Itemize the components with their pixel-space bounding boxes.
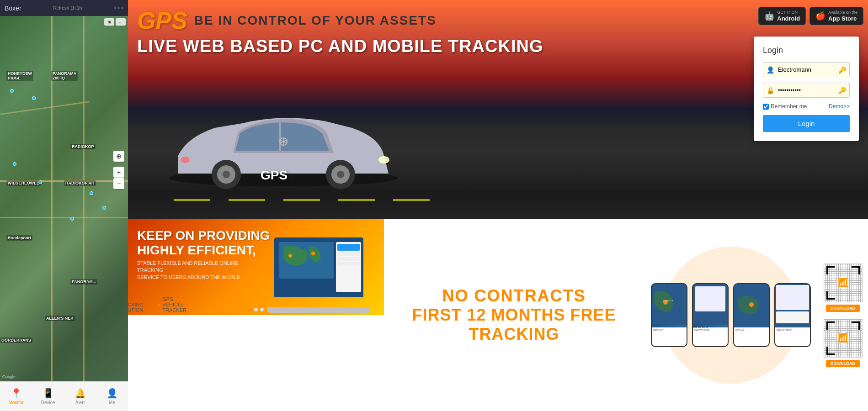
password-input[interactable] (763, 83, 850, 98)
demo-link[interactable]: Demo>> (829, 103, 850, 110)
phone-4-map (775, 284, 810, 327)
eye-key-icon[interactable]: 🔑 (838, 87, 846, 94)
laptop-screen (274, 237, 363, 297)
footer-link-3[interactable]: ● GPS VEHICLE TRACKER (157, 296, 186, 313)
footer-link-2[interactable]: ● GPS TRACKING SOLUTION (128, 296, 144, 313)
location-button[interactable]: ⊕ (113, 151, 124, 162)
map-background: HONEYDEWRIDGE PANORAMA200 IQ RADIOKOP WI… (0, 16, 128, 381)
phone-1-screen: AMWEL GP AMWEL GP (652, 284, 687, 346)
nav-me[interactable]: 👤 Me (96, 382, 128, 411)
login-panel: Login 👤 🔑 🔒 🔑 Remember me Demo>> Login (754, 37, 859, 141)
footer-link-label-2: GPS TRACKING SOLUTION (128, 296, 144, 313)
gps-marker-1 (10, 89, 14, 93)
phone-2-map: BMW VVP 333 GP (693, 284, 728, 327)
available-on: Available on the (828, 10, 857, 15)
phone-4: BMW VVP 333 GP (774, 283, 811, 347)
qr-corner-tr-1 (852, 266, 860, 274)
phone-3-info: GPS Track (734, 327, 769, 346)
map-icon2[interactable]: ⋯ (116, 18, 126, 26)
main-content: GPS BE IN CONTROL OF YOUR ASSETS 🤖 GET I… (128, 0, 868, 411)
keep-on-text: KEEP ON PROVIDING (137, 228, 270, 243)
laptop-map-svg (274, 237, 363, 297)
road-2 (0, 217, 128, 218)
map-top-controls: ⊞ ⋯ (104, 18, 126, 26)
promo-text: KEEP ON PROVIDING HIGHLY EFFICIENT, STAB… (137, 228, 270, 281)
phone-4-info: BMW VVP 333 GP (775, 327, 810, 346)
dot2 (117, 7, 120, 9)
phone-2-screen: BMW VVP 333 GP BMW VVP 333 GP (693, 284, 728, 346)
no-contracts-section: NO CONTRACTS FIRST 12 MONTHS FREE TRACKI… (384, 219, 644, 411)
label-oordekrans: OORDEKRANS (0, 337, 32, 343)
map-view[interactable]: HONEYDEWRIDGE PANORAMA200 IQ RADIOKOP WI… (0, 16, 128, 381)
phone-map-svg-3 (734, 284, 769, 324)
ios-download-btn[interactable]: DOWNLOAD (826, 360, 860, 367)
label-honeydew: HONEYDEWRIDGE (6, 71, 33, 81)
phone-3-map (734, 284, 769, 327)
svg-rect-26 (695, 286, 725, 311)
qr-corner-tl-1 (826, 266, 835, 274)
nav-device[interactable]: 📱 Device (32, 382, 64, 411)
search-icon[interactable]: 🔑 (838, 66, 846, 74)
bottom-section: KEEP ON PROVIDING HIGHLY EFFICIENT, STAB… (128, 219, 868, 411)
promo-banner: KEEP ON PROVIDING HIGHLY EFFICIENT, STAB… (128, 219, 384, 315)
car-image: GPS (151, 82, 425, 210)
gps-marker-6 (102, 206, 106, 210)
dot-1[interactable] (254, 308, 258, 311)
remember-me-text: Remember me (771, 103, 807, 110)
android-text: GET IT ON Android (777, 10, 800, 22)
qr-corner-tl-2 (826, 321, 835, 330)
dot-2[interactable] (260, 308, 264, 311)
username-input[interactable] (763, 62, 850, 77)
gps-marker-4 (38, 180, 42, 184)
dot-active[interactable] (248, 308, 252, 311)
live-tracking-section: LIVE WEB BASED PC AND MOBILE TRACKING (137, 37, 543, 56)
gps-header: GPS BE IN CONTROL OF YOUR ASSETS (128, 0, 868, 41)
label-allens: ALLEN'S NEK (45, 316, 75, 321)
gps-icon-3: ● (157, 301, 160, 308)
remember-me-label[interactable]: Remember me (763, 103, 807, 110)
apple-text: Available on the App Store (828, 10, 857, 22)
phone-map-svg-2 (693, 284, 728, 324)
dot3 (121, 7, 123, 9)
refresh-text: Refresh 1h 1h (53, 5, 82, 11)
phone-3-screen: GPS Track (734, 284, 769, 346)
map-icon1[interactable]: ⊞ (104, 18, 114, 26)
app-store-button[interactable]: 🍎 Available on the App Store (809, 7, 863, 25)
label-roodepoort: Roodepoort (6, 235, 32, 241)
monitor-icon: 📍 (11, 388, 22, 399)
car-svg (151, 105, 416, 196)
no-contracts-text: NO CONTRACTS (442, 286, 586, 306)
app-header: Boxer Refresh 1h 1h (0, 0, 128, 16)
stable-text: STABLE FLEXIBLE AND RELIABLE ONLINE TRAC… (137, 260, 247, 281)
android-download-btn[interactable]: DOWNLOAD (826, 305, 860, 312)
label-wilgeheuwel: WILGEHEUWEL (6, 180, 41, 186)
mobile-app-panel: Boxer Refresh 1h 1h HONEYDEWRIDGE PANORA… (0, 0, 128, 411)
phone-mockups-section: AMWEL GP AMWEL GP BMW VVP 333 GP (644, 219, 818, 411)
gps-marker-5 (90, 191, 93, 195)
android-label: Android (777, 15, 800, 22)
remember-me-checkbox[interactable] (763, 104, 769, 110)
phone-4-screen: BMW VVP 333 GP (775, 284, 810, 346)
ios-qr-code: 📶 (824, 319, 863, 358)
phone-2-info: BMW VVP 333 GP (693, 327, 728, 346)
android-button[interactable]: 🤖 GET IT ON Android (758, 7, 806, 25)
nav-monitor[interactable]: 📍 Monitor (0, 382, 32, 411)
gps-marker-3 (13, 162, 16, 166)
laptop-image (265, 235, 384, 315)
free-tracking-text: FIRST 12 MONTHS FREE TRACKING (393, 306, 635, 344)
zoom-in-button[interactable]: + (113, 167, 124, 178)
nav-alert-label: Alert (75, 400, 85, 405)
login-button[interactable]: Login (763, 115, 850, 132)
nav-monitor-label: Monitor (8, 400, 23, 405)
qr-corner-tr-2 (852, 321, 860, 330)
login-options: Remember me Demo>> (763, 103, 850, 110)
zoom-out-button[interactable]: − (113, 178, 124, 189)
phone-map-svg-4 (775, 284, 810, 324)
label-panorama: PANORAMA200 IQ (51, 71, 78, 81)
gps-logo-text: GPS (137, 7, 187, 34)
gps-marker-7 (70, 217, 74, 221)
app-store-label: App Store (828, 15, 857, 22)
user-icon: 👤 (767, 66, 774, 74)
nav-alert[interactable]: 🔔 Alert (64, 382, 96, 411)
phone-3: GPS Track (733, 283, 770, 347)
